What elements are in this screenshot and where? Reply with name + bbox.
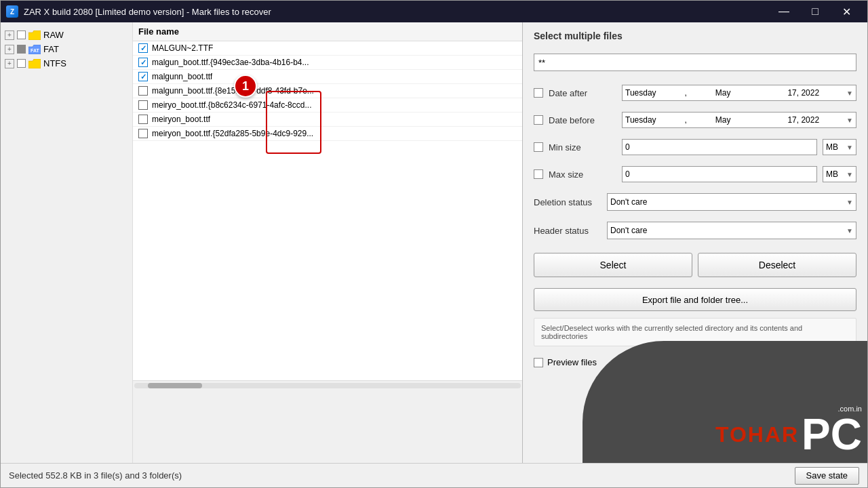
info-box: Select/Deselect works with the currently… xyxy=(534,318,856,346)
file-item-2[interactable]: malgunn_boot.ttf xyxy=(133,70,522,84)
min-size-row: Min size MB ▼ xyxy=(534,139,856,155)
date-after-controls: Tuesday , May 17, 2022 ▼ xyxy=(622,85,856,101)
tree-panel: + RAW + FAT FAT + xyxy=(1,22,133,463)
deletion-status-label: Deletion status xyxy=(534,197,601,207)
file-checkbox-5[interactable] xyxy=(138,115,148,124)
deletion-status-chevron-icon: ▼ xyxy=(846,199,853,206)
file-item-1[interactable]: malgun_boot.ttf.{949ec3ae-3dba-4b16-b4..… xyxy=(133,56,522,70)
tree-label-raw: RAW xyxy=(43,30,64,40)
tree-item-fat[interactable]: + FAT FAT xyxy=(3,42,130,56)
date-before-checkbox[interactable] xyxy=(534,115,543,125)
deselect-button[interactable]: Deselect xyxy=(698,253,856,277)
export-button[interactable]: Export file and folder tree... xyxy=(534,288,856,311)
window-controls: — □ ✕ xyxy=(768,1,862,22)
header-status-label: Header status xyxy=(534,226,601,236)
svg-marker-0 xyxy=(28,30,41,40)
tree-expand-raw[interactable]: + xyxy=(5,30,14,40)
file-name-6: meiryon_boot.ttf.{52dfa285-5b9e-4dc9-929… xyxy=(152,129,313,138)
folder-icon-raw xyxy=(28,30,41,40)
preview-row: Preview files xyxy=(534,357,856,367)
scrollbar-track xyxy=(134,383,521,388)
tree-label-fat: FAT xyxy=(43,44,59,54)
min-size-unit-select[interactable]: MB ▼ xyxy=(823,139,856,155)
header-status-row: Header status Don't care ▼ xyxy=(534,222,856,239)
date-after-chevron-icon: ▼ xyxy=(846,89,853,97)
status-text: Selected 552.8 KB in 3 file(s) and 3 fol… xyxy=(9,470,182,481)
folder-icon-ntfs xyxy=(28,59,41,68)
min-size-label: Min size xyxy=(549,142,616,152)
date-after-label: Date after xyxy=(549,88,616,98)
preview-checkbox[interactable] xyxy=(534,358,543,367)
scrollbar-thumb[interactable] xyxy=(148,383,202,388)
tree-item-ntfs[interactable]: + NTFS xyxy=(3,56,130,70)
date-before-day-select[interactable]: Tuesday , May 17, 2022 ▼ xyxy=(622,112,856,128)
date-before-controls: Tuesday , May 17, 2022 ▼ xyxy=(622,112,856,128)
app-icon: Z xyxy=(6,5,18,18)
main-window: Z ZAR X build 2080 [Limited demo version… xyxy=(0,0,868,488)
deletion-status-select[interactable]: Don't care ▼ xyxy=(607,193,856,211)
maximize-button[interactable]: □ xyxy=(800,1,831,22)
svg-marker-3 xyxy=(28,59,41,68)
file-checkbox-4[interactable] xyxy=(138,100,148,110)
file-name-2: malgunn_boot.ttf xyxy=(152,72,212,81)
file-checkbox-6[interactable] xyxy=(138,129,148,138)
file-checkbox-0[interactable] xyxy=(138,43,148,53)
file-name-3: malgunn_boot.ttf.{8e151a48-ddf8-43fd-b7e… xyxy=(152,86,314,96)
files-list: MALGUN~2.TTF malgun_boot.ttf.{949ec3ae-3… xyxy=(133,41,522,380)
tree-checkbox-fat[interactable] xyxy=(17,45,26,54)
tree-checkbox-ntfs[interactable] xyxy=(17,59,26,68)
tree-checkbox-raw[interactable] xyxy=(17,30,26,39)
tree-expand-ntfs[interactable]: + xyxy=(5,59,14,68)
header-status-chevron-icon: ▼ xyxy=(846,227,853,235)
file-name-0: MALGUN~2.TTF xyxy=(152,43,213,53)
tree-expand-fat[interactable]: + xyxy=(5,45,14,54)
left-panels: + RAW + FAT FAT + xyxy=(1,22,523,463)
select-button[interactable]: Select xyxy=(534,253,692,277)
date-before-chevron-icon: ▼ xyxy=(846,117,853,124)
file-name-1: malgun_boot.ttf.{949ec3ae-3dba-4b16-b4..… xyxy=(152,58,309,67)
svg-text:FAT: FAT xyxy=(31,48,39,53)
right-panel: Select multiple files Date after Tuesday… xyxy=(523,22,867,463)
max-size-unit-select[interactable]: MB ▼ xyxy=(823,166,856,182)
window-title: ZAR X build 2080 [Limited demo version] … xyxy=(24,7,271,17)
file-item-5[interactable]: meiryon_boot.ttf xyxy=(133,113,522,127)
file-name-4: meiryo_boot.ttf.{b8c6234c-6971-4afc-8ccd… xyxy=(152,100,311,110)
file-item-4[interactable]: meiryo_boot.ttf.{b8c6234c-6971-4afc-8ccd… xyxy=(133,98,522,113)
files-header: File name xyxy=(133,22,522,41)
main-content: 1 + RAW + FAT xyxy=(1,22,867,463)
file-checkbox-2[interactable] xyxy=(138,72,148,81)
max-size-input[interactable] xyxy=(622,166,817,182)
file-checkbox-3[interactable] xyxy=(138,86,148,96)
date-after-day-select[interactable]: Tuesday , May 17, 2022 ▼ xyxy=(622,85,856,101)
min-size-unit-chevron-icon: ▼ xyxy=(846,144,853,151)
deletion-status-row: Deletion status Don't care ▼ xyxy=(534,193,856,211)
tree-item-raw[interactable]: + RAW xyxy=(3,28,130,42)
file-checkbox-1[interactable] xyxy=(138,58,148,67)
date-before-row: Date before Tuesday , May 17, 2022 ▼ xyxy=(534,112,856,128)
step-badge: 1 xyxy=(234,75,257,98)
tree-label-ntfs: NTFS xyxy=(43,58,66,68)
date-after-row: Date after Tuesday , May 17, 2022 ▼ xyxy=(534,85,856,101)
file-name-5: meiryon_boot.ttf xyxy=(152,115,210,124)
section-title: Select multiple files xyxy=(534,30,856,41)
save-state-button[interactable]: Save state xyxy=(795,467,859,485)
title-bar-left: Z ZAR X build 2080 [Limited demo version… xyxy=(6,5,271,18)
status-bar: Selected 552.8 KB in 3 file(s) and 3 fol… xyxy=(1,463,867,487)
title-bar: Z ZAR X build 2080 [Limited demo version… xyxy=(1,1,867,22)
max-size-row: Max size MB ▼ xyxy=(534,166,856,182)
file-item-3[interactable]: malgunn_boot.ttf.{8e151a48-ddf8-43fd-b7e… xyxy=(133,84,522,98)
header-status-select[interactable]: Don't care ▼ xyxy=(607,222,856,239)
pattern-input[interactable] xyxy=(534,54,856,71)
min-size-input[interactable] xyxy=(622,139,817,155)
max-size-unit-chevron-icon: ▼ xyxy=(846,171,853,178)
minimize-button[interactable]: — xyxy=(768,1,800,22)
file-item-6[interactable]: meiryon_boot.ttf.{52dfa285-5b9e-4dc9-929… xyxy=(133,127,522,141)
date-after-checkbox[interactable] xyxy=(534,88,543,98)
close-button[interactable]: ✕ xyxy=(831,1,862,22)
max-size-checkbox[interactable] xyxy=(534,169,543,179)
file-item-0[interactable]: MALGUN~2.TTF xyxy=(133,41,522,56)
min-size-checkbox[interactable] xyxy=(534,142,543,152)
horizontal-scrollbar[interactable] xyxy=(133,380,522,390)
preview-label: Preview files xyxy=(547,357,597,367)
max-size-label: Max size xyxy=(549,169,616,180)
